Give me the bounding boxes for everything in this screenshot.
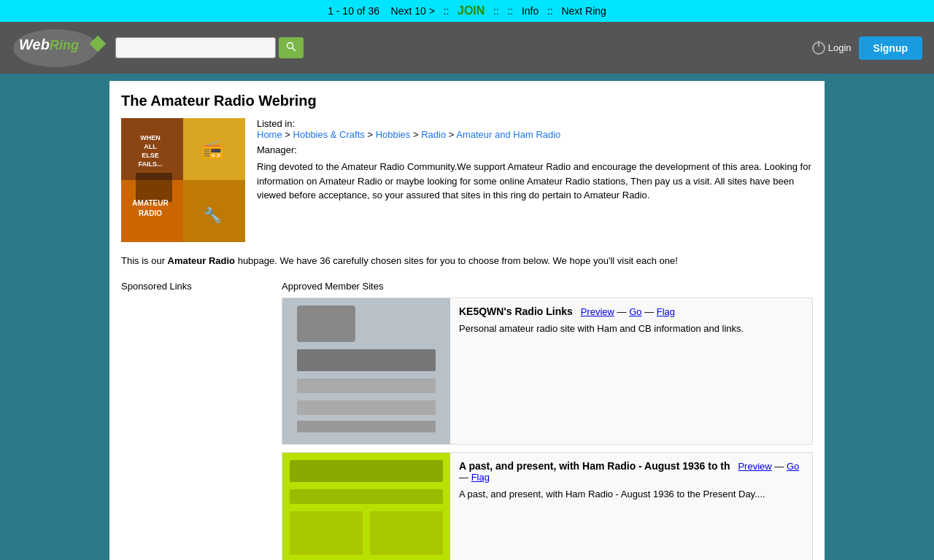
webring-logo: Web Ring: [12, 28, 107, 68]
site-info-1: KE5QWN's Radio Links Preview — Go — Flag…: [450, 298, 812, 444]
content-box: The Amateur Radio Webring WHEN ALL ELSE …: [109, 81, 825, 560]
site-title-1: KE5QWN's Radio Links Preview — Go — Flag: [459, 306, 803, 317]
login-button[interactable]: Login: [812, 42, 852, 55]
hub-intro: This is our Amateur Radio hubpage. We ha…: [121, 254, 813, 269]
svg-rect-28: [290, 489, 443, 504]
separator1: ::: [444, 5, 449, 17]
svg-text:RADIO: RADIO: [139, 209, 162, 217]
breadcrumb-radio[interactable]: Radio: [421, 129, 446, 140]
svg-text:ELSE: ELSE: [142, 152, 159, 159]
separator2: ::: [493, 5, 499, 17]
breadcrumb-hobbies[interactable]: Hobbies: [376, 129, 411, 140]
svg-text:📻: 📻: [201, 138, 223, 159]
search-area: [115, 37, 803, 58]
flag-link-2[interactable]: Flag: [471, 472, 490, 483]
sponsored-column: Sponsored Links: [121, 281, 282, 560]
approved-column: Approved Member Sites: [282, 281, 813, 560]
listed-in: Listed in: Home > Hobbies & Crafts > Hob…: [257, 118, 813, 140]
next10-link[interactable]: Next 10 >: [391, 5, 435, 17]
signup-button[interactable]: Signup: [859, 36, 922, 60]
site-card-2: A past, and present, with Ham Radio - Au…: [282, 452, 813, 560]
approved-heading: Approved Member Sites: [282, 281, 813, 292]
join-link[interactable]: JOIN: [458, 4, 485, 17]
ring-details: Listed in: Home > Hobbies & Crafts > Hob…: [257, 118, 813, 242]
ring-image: WHEN ALL ELSE FAILS... AMATEUR RADIO 📻 🔧: [121, 118, 245, 242]
ring-info: WHEN ALL ELSE FAILS... AMATEUR RADIO 📻 🔧: [121, 118, 813, 242]
svg-text:AMATEUR: AMATEUR: [132, 199, 169, 207]
svg-text:Web: Web: [19, 36, 50, 52]
svg-text:Ring: Ring: [50, 38, 79, 52]
search-button[interactable]: [279, 37, 304, 58]
ring-title: The Amateur Radio Webring: [121, 93, 813, 109]
breadcrumb-home[interactable]: Home: [257, 129, 282, 140]
svg-rect-13: [136, 173, 172, 202]
site-desc-1: Personal amateur radio site with Ham and…: [459, 322, 803, 336]
go-link-1[interactable]: Go: [629, 306, 641, 317]
preview-link-1[interactable]: Preview: [581, 306, 614, 317]
top-navigation-bar: 1 - 10 of 36 Next 10 > :: JOIN :: :: Inf…: [0, 0, 934, 22]
ring-description: Ring devoted to the Amateur Radio Commun…: [257, 160, 813, 203]
svg-rect-24: [297, 400, 436, 415]
auth-area: Login Signup: [812, 36, 922, 60]
separator4: ::: [547, 5, 553, 17]
site-desc-2: A past, and present, with Ham Radio - Au…: [459, 487, 803, 502]
svg-text:FAILS...: FAILS...: [138, 160, 162, 168]
pagination-text: 1 - 10 of 36: [328, 5, 379, 17]
power-icon: [812, 42, 825, 55]
svg-line-5: [293, 48, 296, 52]
breadcrumb-hobbies-crafts[interactable]: Hobbies & Crafts: [293, 129, 365, 140]
preview-link-2[interactable]: Preview: [738, 461, 771, 472]
site-header: Web Ring Login Signup: [0, 22, 934, 74]
svg-rect-27: [290, 460, 443, 482]
svg-point-4: [287, 43, 293, 49]
hub-intro-bold: Amateur Radio: [168, 255, 235, 266]
svg-rect-29: [290, 511, 363, 555]
svg-rect-30: [370, 511, 443, 555]
site-thumbnail-2: [282, 453, 450, 560]
svg-rect-25: [297, 421, 436, 432]
go-link-2[interactable]: Go: [787, 461, 799, 472]
site-info-2: A past, and present, with Ham Radio - Au…: [450, 453, 812, 560]
separator3: ::: [507, 5, 513, 17]
main-content: The Amateur Radio Webring WHEN ALL ELSE …: [0, 74, 934, 560]
svg-rect-22: [297, 349, 436, 371]
manager-label: Manager:: [257, 144, 813, 155]
site-thumbnail-1: [282, 298, 450, 444]
info-link[interactable]: Info: [522, 5, 539, 17]
site-card-1: KE5QWN's Radio Links Preview — Go — Flag…: [282, 298, 813, 445]
site-title-2: A past, and present, with Ham Radio - Au…: [459, 460, 803, 483]
flag-link-1[interactable]: Flag: [657, 306, 675, 317]
svg-rect-21: [297, 306, 355, 342]
sponsored-section: Sponsored Links Approved Member Sites: [121, 281, 813, 560]
next-ring-link[interactable]: Next Ring: [561, 5, 606, 17]
svg-text:ALL: ALL: [144, 143, 157, 150]
login-label: Login: [828, 42, 852, 53]
svg-text:WHEN: WHEN: [140, 134, 161, 141]
breadcrumb-amateur-radio[interactable]: Amateur and Ham Radio: [456, 129, 560, 140]
svg-rect-23: [297, 378, 436, 393]
sponsored-heading: Sponsored Links: [121, 281, 282, 292]
search-input[interactable]: [115, 37, 276, 58]
svg-text:🔧: 🔧: [204, 206, 222, 224]
